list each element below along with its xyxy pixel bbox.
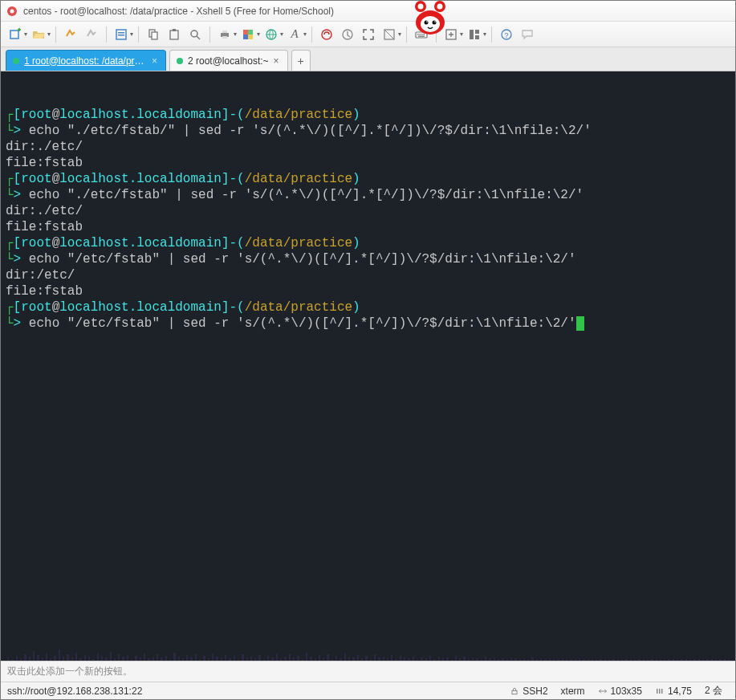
add-pane-button[interactable] <box>441 25 461 44</box>
svg-rect-17 <box>152 32 157 39</box>
xftp-button[interactable] <box>338 25 357 44</box>
chevron-down-icon: ▾ <box>257 31 260 38</box>
svg-rect-19 <box>173 29 176 31</box>
encoding-button[interactable] <box>262 25 281 44</box>
print-button[interactable] <box>215 25 234 44</box>
toolbar-separator <box>311 26 312 43</box>
svg-point-20 <box>191 31 197 37</box>
find-button[interactable] <box>185 25 205 44</box>
audio-visualizer <box>1 612 735 661</box>
svg-point-11 <box>10 9 14 13</box>
new-tab-button[interactable]: + <box>291 50 311 71</box>
toolbar-separator <box>436 26 437 43</box>
chevron-down-icon: ▾ <box>24 31 27 38</box>
font-button[interactable]: A <box>285 25 304 44</box>
toolbar-separator <box>138 26 139 43</box>
svg-rect-36 <box>424 34 425 35</box>
window-title: centos - root@localhost: /data/practice … <box>23 6 730 17</box>
svg-text:?: ? <box>504 31 508 39</box>
terminal[interactable]: ┌[root@localhost.localdomain]-(/data/pra… <box>1 71 735 661</box>
status-bar: ssh://root@192.168.238.131:22 SSH2 xterm… <box>1 682 735 699</box>
toolbar-separator <box>106 26 107 43</box>
color-scheme-button[interactable] <box>238 25 258 44</box>
hint-text: 双击此处添加一个新的按钮。 <box>7 665 132 678</box>
tab-bar: 1 root@localhost: /data/prac... × 2 root… <box>1 47 735 71</box>
session-count-cell: 2 会 <box>698 684 729 698</box>
svg-rect-41 <box>475 35 479 39</box>
svg-rect-40 <box>475 30 479 34</box>
lock-icon <box>510 686 519 696</box>
session-tab-2[interactable]: 2 root@localhost:~ × <box>169 50 288 71</box>
svg-rect-26 <box>243 35 248 39</box>
disconnect-button[interactable] <box>82 25 101 44</box>
connection-string: ssh://root@192.168.238.131:22 <box>7 686 142 697</box>
title-bar[interactable]: centos - root@localhost: /data/practice … <box>1 1 735 22</box>
chevron-down-icon: ▾ <box>460 31 463 38</box>
svg-rect-14 <box>118 32 124 34</box>
svg-rect-45 <box>657 689 657 694</box>
open-button[interactable] <box>29 25 48 44</box>
svg-rect-25 <box>248 30 253 35</box>
svg-rect-23 <box>222 36 227 39</box>
svg-rect-18 <box>170 31 178 39</box>
toolbar-separator <box>209 26 210 43</box>
term-type-cell: xterm <box>555 686 592 697</box>
svg-rect-33 <box>417 34 419 35</box>
status-dot-icon <box>13 58 19 64</box>
chevron-down-icon: ▾ <box>483 31 486 38</box>
chevron-down-icon: ▾ <box>234 31 237 38</box>
chevron-down-icon: ▾ <box>398 31 401 38</box>
caret-pos-cell: 14,75 <box>649 686 698 697</box>
size-cell: 103x35 <box>592 686 649 697</box>
app-window: centos - root@localhost: /data/practice … <box>0 0 736 700</box>
chevron-down-icon: ▾ <box>47 31 51 38</box>
svg-rect-46 <box>659 689 660 694</box>
close-icon[interactable]: × <box>274 55 279 67</box>
svg-rect-37 <box>418 35 425 36</box>
app-icon <box>6 5 18 18</box>
layout-button[interactable] <box>465 25 484 44</box>
fullscreen-button[interactable] <box>359 25 378 44</box>
svg-rect-22 <box>222 31 227 33</box>
svg-rect-44 <box>512 690 517 694</box>
status-dot-icon <box>177 58 183 64</box>
close-icon[interactable]: × <box>152 55 157 67</box>
transparent-button[interactable] <box>380 25 399 44</box>
svg-rect-27 <box>248 35 253 39</box>
reconnect-button[interactable] <box>61 25 80 44</box>
protocol-cell: SSH2 <box>503 686 554 697</box>
keyboard-button[interactable] <box>412 25 431 44</box>
svg-rect-47 <box>661 689 662 694</box>
quick-button-area[interactable]: 双击此处添加一个新的按钮。 <box>1 661 735 682</box>
xagent-button[interactable] <box>317 25 336 44</box>
session-tab-1[interactable]: 1 root@localhost: /data/prac... × <box>6 50 166 71</box>
svg-rect-35 <box>421 34 423 35</box>
svg-rect-39 <box>470 30 474 39</box>
paste-button[interactable] <box>165 25 184 44</box>
chevron-down-icon: ▾ <box>280 31 283 38</box>
help-button[interactable]: ? <box>497 25 516 44</box>
toolbar: ▾ ▾ ▾ ▾ ▾ ▾ A▾ ▾ ▾ ▾ ? <box>1 22 735 47</box>
toolbar-separator <box>55 26 56 43</box>
svg-rect-34 <box>420 34 421 35</box>
svg-rect-15 <box>118 35 124 36</box>
resize-icon <box>598 686 608 696</box>
svg-point-29 <box>322 30 331 39</box>
properties-button[interactable] <box>112 25 131 44</box>
toolbar-separator <box>406 26 407 43</box>
new-session-button[interactable] <box>6 25 25 44</box>
copy-button[interactable] <box>144 25 163 44</box>
chevron-down-icon: ▾ <box>130 31 133 38</box>
svg-rect-12 <box>10 31 18 39</box>
chat-button[interactable] <box>518 25 537 44</box>
tab-label: 1 root@localhost: /data/prac... <box>24 55 147 67</box>
chevron-down-icon: ▾ <box>303 31 307 38</box>
caret-icon <box>655 686 665 696</box>
tab-label: 2 root@localhost:~ <box>188 55 269 67</box>
svg-rect-24 <box>243 30 248 35</box>
toolbar-separator <box>491 26 492 43</box>
